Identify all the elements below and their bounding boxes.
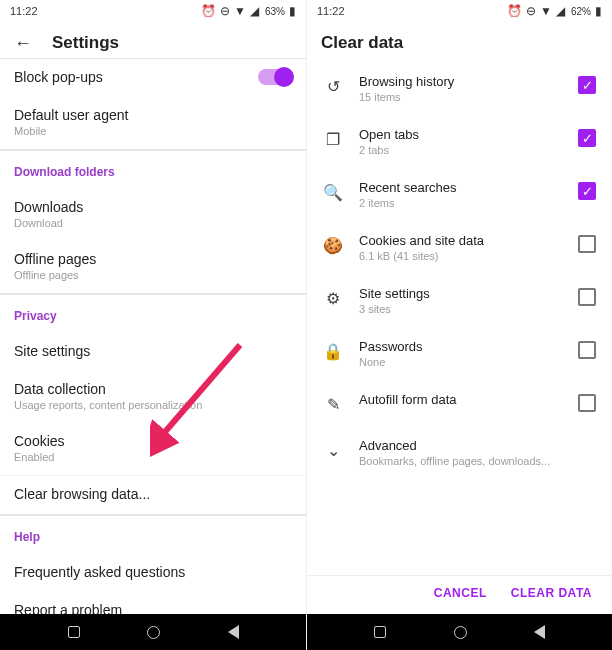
default-user-agent-row[interactable]: Default user agent Mobile xyxy=(0,97,306,150)
clear-data-item-title: Site settings xyxy=(359,286,562,301)
clear-data-screen: 11:22 ⏰ ⊖ ▼ ◢ 62% ▮ Clear data ↺Browsing… xyxy=(306,0,612,650)
wifi-icon: ▼ xyxy=(540,4,552,18)
clear-data-item-title: Recent searches xyxy=(359,180,562,195)
clear-data-item-title: Browsing history xyxy=(359,74,562,89)
chevron-down-icon: ⌄ xyxy=(323,438,343,460)
checkbox[interactable] xyxy=(578,394,596,412)
lock-icon: 🔒 xyxy=(323,339,343,361)
checkbox[interactable]: ✓ xyxy=(578,182,596,200)
dialog-actions: CANCEL CLEAR DATA xyxy=(307,575,612,614)
back-icon[interactable]: ← xyxy=(14,33,32,54)
clear-data-list: ↺Browsing history15 items✓❐Open tabs2 ta… xyxy=(307,64,612,575)
data-collection-row[interactable]: Data collection Usage reports, content p… xyxy=(0,371,306,423)
android-nav-bar xyxy=(0,614,306,650)
cookies-icon: 🍪 xyxy=(323,233,343,255)
clear-data-item[interactable]: 🔒PasswordsNone xyxy=(307,329,612,382)
battery-text: 63% xyxy=(265,6,285,17)
signal-icon: ◢ xyxy=(556,4,565,18)
clear-data-item-sub: 6.1 kB (41 sites) xyxy=(359,250,562,262)
section-header: Help xyxy=(0,515,306,554)
report-problem-row[interactable]: Report a problem xyxy=(0,592,306,614)
settings-list[interactable]: Block pop-ups Default user agent Mobile … xyxy=(0,58,306,614)
section-header: Download folders xyxy=(0,150,306,189)
settings-icon: ⚙ xyxy=(323,286,343,308)
search-icon: 🔍 xyxy=(323,180,343,202)
tabs-icon: ❐ xyxy=(323,127,343,149)
clear-data-item-sub: Bookmarks, offline pages, downloads... xyxy=(359,455,596,467)
clear-data-item-sub: 2 items xyxy=(359,197,562,209)
clear-data-item-sub: 15 items xyxy=(359,91,562,103)
status-icons: ⏰ ⊖ ▼ ◢ 62% ▮ xyxy=(507,4,602,18)
status-time: 11:22 xyxy=(317,5,507,17)
clear-data-item-title: Autofill form data xyxy=(359,392,562,407)
page-title: Clear data xyxy=(321,33,403,53)
clear-data-item[interactable]: 🔍Recent searches2 items✓ xyxy=(307,170,612,223)
clear-data-item-title: Passwords xyxy=(359,339,562,354)
clear-data-item[interactable]: ✎Autofill form data xyxy=(307,382,612,428)
battery-icon: ▮ xyxy=(289,4,296,18)
signal-icon: ◢ xyxy=(250,4,259,18)
clear-data-item-sub: 3 sites xyxy=(359,303,562,315)
clear-data-button[interactable]: CLEAR DATA xyxy=(511,586,592,600)
nav-recents-icon[interactable] xyxy=(68,626,80,638)
offline-pages-row[interactable]: Offline pages Offline pages xyxy=(0,241,306,294)
block-popups-toggle[interactable] xyxy=(258,69,292,85)
clear-data-item[interactable]: ❐Open tabs2 tabs✓ xyxy=(307,117,612,170)
clear-data-item-sub: 2 tabs xyxy=(359,144,562,156)
android-nav-bar xyxy=(307,614,612,650)
clear-data-item-title: Advanced xyxy=(359,438,596,453)
history-icon: ↺ xyxy=(323,74,343,96)
checkbox[interactable] xyxy=(578,341,596,359)
page-title: Settings xyxy=(52,33,119,53)
nav-back-icon[interactable] xyxy=(228,625,239,639)
block-popups-row[interactable]: Block pop-ups xyxy=(0,59,306,97)
status-time: 11:22 xyxy=(10,5,201,17)
clear-data-item[interactable]: ⚙Site settings3 sites xyxy=(307,276,612,329)
nav-home-icon[interactable] xyxy=(454,626,467,639)
clear-data-item[interactable]: ⌄AdvancedBookmarks, offline pages, downl… xyxy=(307,428,612,481)
checkbox[interactable]: ✓ xyxy=(578,129,596,147)
status-icons: ⏰ ⊖ ▼ ◢ 63% ▮ xyxy=(201,4,296,18)
downloads-row[interactable]: Downloads Download xyxy=(0,189,306,241)
edit-icon: ✎ xyxy=(323,392,343,414)
cancel-button[interactable]: CANCEL xyxy=(434,586,487,600)
section-header: Privacy xyxy=(0,294,306,333)
checkbox[interactable] xyxy=(578,235,596,253)
cookies-row[interactable]: Cookies Enabled xyxy=(0,423,306,475)
wifi-icon: ▼ xyxy=(234,4,246,18)
battery-text: 62% xyxy=(571,6,591,17)
status-bar: 11:22 ⏰ ⊖ ▼ ◢ 63% ▮ xyxy=(0,0,306,22)
settings-screen: 11:22 ⏰ ⊖ ▼ ◢ 63% ▮ ← Settings Block pop… xyxy=(0,0,306,650)
nav-home-icon[interactable] xyxy=(147,626,160,639)
app-bar: Clear data xyxy=(307,22,612,64)
checkbox[interactable]: ✓ xyxy=(578,76,596,94)
nav-recents-icon[interactable] xyxy=(374,626,386,638)
battery-icon: ▮ xyxy=(595,4,602,18)
clear-data-item[interactable]: 🍪Cookies and site data6.1 kB (41 sites) xyxy=(307,223,612,276)
clear-data-item-sub: None xyxy=(359,356,562,368)
checkbox[interactable] xyxy=(578,288,596,306)
site-settings-row[interactable]: Site settings xyxy=(0,333,306,371)
faq-row[interactable]: Frequently asked questions xyxy=(0,554,306,592)
nav-back-icon[interactable] xyxy=(534,625,545,639)
alarm-icon: ⏰ xyxy=(507,4,522,18)
status-bar: 11:22 ⏰ ⊖ ▼ ◢ 62% ▮ xyxy=(307,0,612,22)
clear-data-item-title: Cookies and site data xyxy=(359,233,562,248)
clear-browsing-data-row[interactable]: Clear browsing data... xyxy=(0,475,306,515)
dnd-icon: ⊖ xyxy=(526,4,536,18)
alarm-icon: ⏰ xyxy=(201,4,216,18)
clear-data-item[interactable]: ↺Browsing history15 items✓ xyxy=(307,64,612,117)
dnd-icon: ⊖ xyxy=(220,4,230,18)
clear-data-item-title: Open tabs xyxy=(359,127,562,142)
